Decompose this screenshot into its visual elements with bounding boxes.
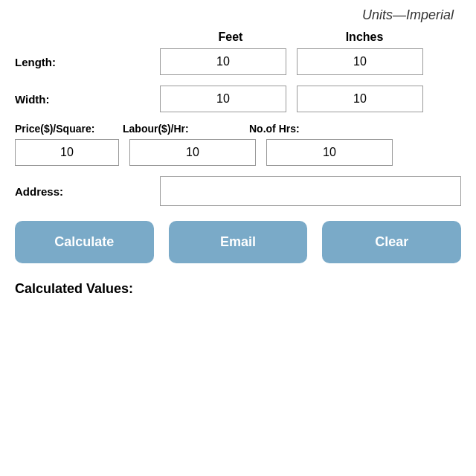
nohrs-label: No.of Hrs: [249,123,376,135]
calculate-button[interactable]: Calculate [15,221,154,263]
address-label: Address: [15,185,160,198]
calculated-title: Calculated Values: [15,281,461,297]
units-header: Units—Imperial [15,7,461,23]
width-label: Width: [15,93,160,106]
buttons-row: Calculate Email Clear [15,221,461,263]
nohrs-input[interactable] [266,139,393,166]
labour-input[interactable] [129,139,256,166]
length-label: Length: [15,56,160,68]
form-container: Feet Inches Length: Width: Price($)/Squa… [15,30,461,297]
length-inches-input[interactable] [297,48,423,75]
email-button[interactable]: Email [169,221,308,263]
column-headers: Feet Inches [15,30,461,44]
clear-button[interactable]: Clear [322,221,461,263]
calculated-section: Calculated Values: [15,281,461,297]
length-row: Length: [15,48,461,75]
length-feet-input[interactable] [160,48,286,75]
feet-column-header: Feet [164,30,298,44]
width-inches-input[interactable] [297,86,423,112]
labour-label: Labour($)/Hr: [123,123,249,135]
address-input[interactable] [160,176,461,206]
price-input[interactable] [15,139,119,166]
width-row: Width: [15,86,461,112]
price-label: Price($)/Square: [15,123,123,135]
width-feet-input[interactable] [160,86,286,112]
address-row: Address: [15,176,461,206]
price-sub-labels: Price($)/Square: Labour($)/Hr: No.of Hrs… [15,123,461,135]
price-inputs-row [15,139,461,166]
inches-column-header: Inches [298,30,431,44]
